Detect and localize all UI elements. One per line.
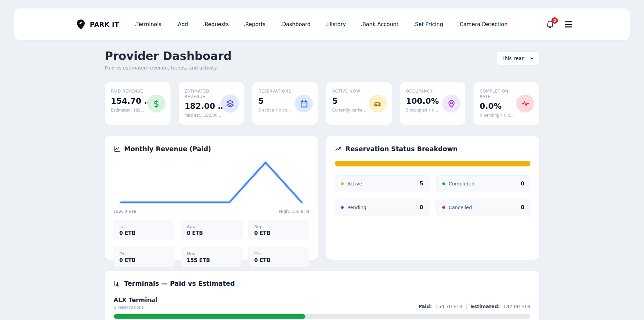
- hamburger-icon: [565, 21, 572, 22]
- top-navbar: PARK IT .Terminals .Add .Requests .Repor…: [14, 8, 630, 40]
- stat-sub: 0 pending • 0 c…: [480, 113, 516, 118]
- terminal-progress-track: [114, 314, 530, 319]
- nav-item-camera-detection[interactable]: .Camera Detection: [458, 21, 507, 27]
- terminal-reservations: 5 reservations: [114, 305, 157, 310]
- month-cell-oct: Oct 0 ETB: [114, 247, 174, 267]
- charts-row: Monthly Revenue (Paid) Low: 0 ETB High: …: [105, 136, 539, 260]
- stat-value: 5: [332, 97, 368, 105]
- terminals-panel: Terminals — Paid vs Estimated ALX Termin…: [105, 271, 539, 320]
- brand-name: PARK IT: [90, 21, 119, 28]
- brand[interactable]: PARK IT: [76, 19, 119, 30]
- month-cell-aug: Aug 0 ETB: [181, 220, 242, 240]
- menu-button[interactable]: [565, 20, 572, 28]
- main-content: Provider Dashboard Paid vs estimated rev…: [105, 49, 539, 320]
- stat-sub: 5 active • 0 co…: [258, 108, 294, 113]
- month-cell-dec: Dec 0 ETB: [248, 247, 309, 267]
- stat-value: 5: [258, 97, 294, 105]
- status-cell-cancelled: Cancelled 0: [436, 199, 531, 216]
- panel-title: Reservation Status Breakdown: [345, 145, 458, 153]
- status-dot: [341, 182, 344, 185]
- chevron-down-icon: [530, 56, 534, 60]
- map-pin-icon: [442, 95, 460, 113]
- stat-value: 100.0%: [406, 97, 442, 105]
- calendar-icon: [295, 95, 313, 113]
- layers-icon: [221, 95, 239, 113]
- nav-item-reports[interactable]: .Reports: [244, 21, 265, 27]
- stat-sub: 3 occupied • 0 …: [406, 108, 442, 113]
- page-header: Provider Dashboard Paid vs estimated rev…: [105, 49, 539, 71]
- status-dot: [442, 182, 445, 185]
- stat-sub: Paid est.: 182.00…: [185, 113, 221, 118]
- stat-card-reservations: RESERVATIONS 5 5 active • 0 co…: [252, 82, 318, 125]
- stat-card-occupancy: OCCUPANCY 100.0% 3 occupied • 0 …: [400, 82, 466, 125]
- status-breakdown-panel: Reservation Status Breakdown Active 5 Co…: [326, 136, 539, 260]
- terminal-name: ALX Terminal: [114, 297, 157, 303]
- notification-badge: 3: [551, 17, 558, 24]
- panel-title: Terminals — Paid vs Estimated: [124, 280, 235, 287]
- stat-label: OCCUPANCY: [406, 89, 442, 94]
- nav-item-history[interactable]: .History: [325, 21, 346, 27]
- stat-card-completion-rate: COMPLETION RATE 0.0% 0 pending • 0 c…: [474, 82, 539, 125]
- period-select[interactable]: This Year: [496, 52, 539, 65]
- month-cell-nov: Nov 155 ETB: [181, 247, 242, 267]
- page-subtitle: Paid vs estimated revenue, trends, and a…: [105, 65, 232, 71]
- status-distribution-bar: [335, 161, 530, 166]
- status-dot: [341, 206, 344, 209]
- stat-label: RESERVATIONS: [258, 89, 294, 94]
- stat-card-active-now: ACTIVE NOW 5 Currently parke…: [326, 82, 392, 125]
- page-title: Provider Dashboard: [105, 49, 232, 63]
- nav-links: .Terminals .Add .Requests .Reports .Dash…: [135, 21, 507, 27]
- status-cell-pending: Pending 0: [335, 199, 429, 216]
- nav-item-dashboard[interactable]: .Dashboard: [280, 21, 310, 27]
- notifications-button[interactable]: 3: [546, 20, 555, 29]
- chart-low-label: Low: 0 ETB: [114, 209, 137, 214]
- status-cell-active: Active 5: [335, 175, 429, 192]
- nav-item-add[interactable]: .Add: [176, 21, 188, 27]
- period-select-value: This Year: [502, 56, 524, 61]
- stat-card-estimated-revenue: ESTIMATED REVENUE 182.00 … Paid est.: 18…: [179, 82, 244, 125]
- stat-label: COMPLETION RATE: [480, 89, 516, 99]
- revenue-line-chart: [114, 157, 309, 209]
- nav-item-bank-account[interactable]: .Bank Account: [361, 21, 398, 27]
- stat-value: 154.70 …: [111, 97, 147, 105]
- pulse-icon: [516, 95, 534, 113]
- park-it-logo-pin-icon: [76, 19, 85, 30]
- stat-sub: Currently parke…: [332, 108, 368, 113]
- stat-card-paid-revenue: PAID REVENUE 154.70 … Estimated: 182.… $: [105, 82, 170, 125]
- separator: |: [466, 304, 468, 309]
- terminal-amounts: Paid: 154.70 ETB | Estimated: 182.00 ETB: [418, 304, 530, 310]
- nav-item-set-pricing[interactable]: .Set Pricing: [414, 21, 443, 27]
- month-grid: Jul 0 ETB Aug 0 ETB Sep 0 ETB Oct 0 ETB …: [114, 220, 309, 267]
- stat-value: 0.0%: [480, 102, 516, 111]
- car-icon: [369, 95, 387, 113]
- monthly-revenue-panel: Monthly Revenue (Paid) Low: 0 ETB High: …: [105, 136, 318, 260]
- chart-high-label: High: 155 ETB: [279, 209, 309, 214]
- line-chart-icon: [114, 145, 121, 153]
- status-cell-completed: Completed 0: [436, 175, 531, 192]
- terminal-progress-fill: [114, 314, 305, 319]
- stat-sub: Estimated: 182.…: [111, 108, 147, 113]
- stat-cards-row: PAID REVENUE 154.70 … Estimated: 182.… $…: [105, 82, 539, 125]
- nav-item-requests[interactable]: .Requests: [203, 21, 229, 27]
- month-cell-sep: Sep 0 ETB: [248, 220, 309, 240]
- bar-chart-icon: [114, 280, 121, 287]
- stat-label: ESTIMATED REVENUE: [185, 89, 221, 99]
- terminal-row: ALX Terminal 5 reservations Paid: 154.70…: [114, 297, 530, 320]
- stat-label: ACTIVE NOW: [332, 89, 368, 94]
- stat-value: 182.00 …: [185, 102, 221, 111]
- panel-title: Monthly Revenue (Paid): [124, 145, 211, 153]
- nav-item-terminals[interactable]: .Terminals: [135, 21, 161, 27]
- month-cell-jul: Jul 0 ETB: [114, 220, 174, 240]
- status-grid: Active 5 Completed 0 Pending 0 Cancelled…: [335, 175, 530, 216]
- stat-label: PAID REVENUE: [111, 89, 147, 94]
- nav-right: 3: [546, 20, 572, 29]
- status-dot: [442, 206, 445, 209]
- dollar-icon: $: [147, 95, 165, 113]
- trending-up-icon: [335, 145, 342, 153]
